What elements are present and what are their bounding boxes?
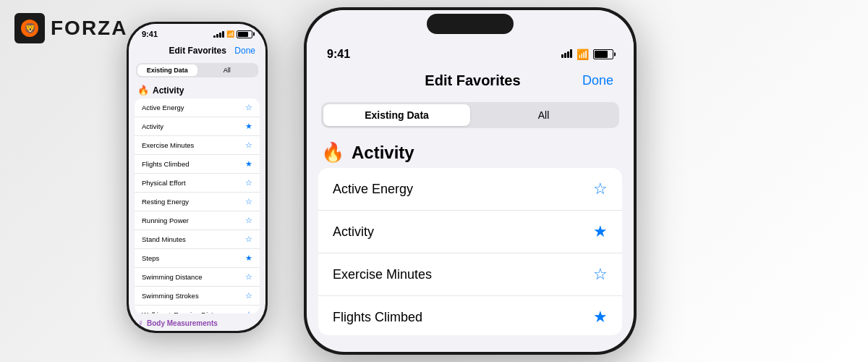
nav-bar-small: Edit Favorites Done	[129, 41, 265, 60]
status-icons-small: 📶	[213, 30, 252, 38]
signal-icon-small	[213, 30, 224, 38]
star-icon[interactable]: ☆	[245, 197, 252, 206]
phone-large: 9:41 📶 Edit Favorites Done Ex	[304, 7, 637, 355]
logo-icon: 🦁	[14, 13, 45, 43]
svg-text:🦁: 🦁	[24, 22, 37, 35]
list-item[interactable]: Active Energy ☆	[318, 168, 622, 211]
segment-all-large[interactable]: All	[470, 104, 617, 126]
body-measurements-section: ♀ Body Measurements	[129, 313, 265, 331]
list-item[interactable]: Physical Effort ☆	[135, 174, 260, 193]
item-name: Active Energy	[333, 182, 413, 197]
nav-bar-large: Edit Favorites Done	[307, 67, 634, 96]
star-icon[interactable]: ☆	[245, 140, 252, 150]
list-items-small: Active Energy ☆ Activity ★ Exercise Minu…	[135, 98, 260, 313]
done-button-large[interactable]: Done	[582, 73, 613, 88]
status-bar-large: 9:41 📶	[307, 38, 634, 67]
section-header-small: 🔥 Activity	[129, 80, 265, 98]
section-title-large: Activity	[352, 143, 414, 163]
body-measurements-label: Body Measurements	[147, 319, 218, 327]
segment-all-small[interactable]: All	[197, 64, 258, 76]
list-item[interactable]: Steps ★	[135, 249, 260, 268]
list-item[interactable]: Swimming Distance ☆	[135, 268, 260, 287]
star-icon[interactable]: ☆	[245, 291, 252, 300]
section-header-large: 🔥 Activity	[307, 134, 634, 168]
list-item[interactable]: Swimming Strokes ☆	[135, 287, 260, 306]
done-button-small[interactable]: Done	[234, 46, 255, 56]
battery-icon-large	[593, 49, 613, 59]
nav-title-small: Edit Favorites	[169, 46, 226, 56]
star-icon[interactable]: ★	[245, 122, 252, 131]
item-name: Exercise Minutes	[333, 267, 432, 282]
segment-control-large: Existing Data All	[321, 102, 619, 128]
list-item[interactable]: Activity ★	[318, 211, 622, 253]
item-name: Activity	[333, 224, 374, 240]
status-icons-large: 📶	[561, 49, 613, 60]
section-title-small: Activity	[153, 85, 184, 96]
status-bar-small: 9:41 📶	[129, 24, 265, 41]
star-icon[interactable]: ☆	[245, 216, 252, 225]
wifi-icon-small: 📶	[226, 30, 234, 38]
star-icon[interactable]: ☆	[245, 103, 252, 112]
star-icon[interactable]: ★	[245, 159, 252, 169]
list-item[interactable]: Exercise Minutes ☆	[318, 253, 622, 296]
wifi-icon-large: 📶	[576, 49, 589, 60]
logo-area: 🦁 FORZA	[14, 13, 127, 43]
female-icon: ♀	[137, 318, 144, 328]
segment-existing-large[interactable]: Existing Data	[323, 104, 470, 126]
list-item[interactable]: Flights Climbed ★	[318, 296, 622, 335]
signal-icon-large	[561, 51, 572, 58]
star-icon[interactable]: ☆	[593, 265, 608, 284]
brand-name: FORZA	[51, 17, 127, 40]
star-icon[interactable]: ☆	[245, 272, 252, 282]
star-icon[interactable]: ★	[593, 222, 608, 241]
dynamic-island	[427, 14, 514, 34]
segment-control-small: Existing Data All	[136, 63, 258, 77]
star-icon[interactable]: ★	[593, 308, 608, 327]
list-item[interactable]: Stand Minutes ☆	[135, 230, 260, 249]
list-item[interactable]: Activity ★	[135, 117, 260, 136]
star-icon[interactable]: ☆	[245, 178, 252, 188]
time-small: 9:41	[142, 30, 158, 38]
flame-icon-small: 🔥	[137, 85, 149, 96]
segment-existing-small[interactable]: Existing Data	[137, 64, 197, 76]
list-item[interactable]: Resting Energy ☆	[135, 193, 260, 211]
time-large: 9:41	[327, 48, 350, 61]
list-item[interactable]: Exercise Minutes ☆	[135, 136, 260, 155]
phone-small: 9:41 📶 Edit Favorites Done Ex	[127, 22, 268, 333]
flame-icon-large: 🔥	[321, 141, 344, 164]
nav-title-large: Edit Favorites	[425, 72, 520, 89]
star-icon[interactable]: ☆	[593, 180, 608, 198]
battery-icon-small	[237, 30, 252, 38]
list-item[interactable]: Active Energy ☆	[135, 98, 260, 117]
list-items-large: Active Energy ☆ Activity ★ Exercise Minu…	[318, 168, 622, 335]
item-name: Flights Climbed	[333, 310, 422, 325]
list-item[interactable]: Walking + Running Distance ☆	[135, 306, 260, 313]
star-icon[interactable]: ★	[245, 253, 252, 263]
list-item[interactable]: Running Power ☆	[135, 211, 260, 230]
star-icon[interactable]: ☆	[245, 235, 252, 244]
list-item[interactable]: Flights Climbed ★	[135, 155, 260, 174]
